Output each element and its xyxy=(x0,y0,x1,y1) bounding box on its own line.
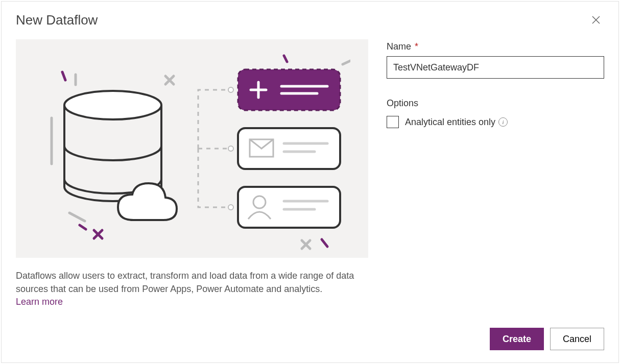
left-column: Dataflows allow users to extract, transf… xyxy=(16,39,368,307)
svg-line-32 xyxy=(322,239,327,247)
svg-line-24 xyxy=(343,61,350,64)
dialog-content: Dataflows allow users to extract, transf… xyxy=(2,33,618,307)
required-asterisk: * xyxy=(415,41,418,52)
svg-line-23 xyxy=(69,213,85,221)
svg-rect-15 xyxy=(238,187,340,228)
close-button[interactable] xyxy=(588,12,604,28)
dialog-description: Dataflows allow users to extract, transf… xyxy=(16,269,363,296)
dialog-title: New Dataflow xyxy=(16,12,98,28)
dataflow-illustration xyxy=(16,39,368,258)
name-input[interactable] xyxy=(387,56,604,79)
cancel-button[interactable]: Cancel xyxy=(550,328,604,350)
close-icon xyxy=(592,16,600,24)
svg-point-4 xyxy=(228,146,233,151)
name-field-label: Name * xyxy=(387,41,604,52)
options-heading: Options xyxy=(387,98,604,109)
dialog-header: New Dataflow xyxy=(2,2,618,33)
svg-line-28 xyxy=(284,56,287,62)
name-label-text: Name xyxy=(387,41,411,52)
svg-rect-11 xyxy=(238,128,340,169)
svg-point-2 xyxy=(64,91,161,119)
dialog-footer: Create Cancel xyxy=(490,328,604,350)
svg-line-31 xyxy=(80,225,86,229)
analytical-label-text: Analytical entities only xyxy=(405,117,495,128)
analytical-checkbox[interactable] xyxy=(387,116,399,128)
svg-point-5 xyxy=(228,205,233,210)
analytical-checkbox-label: Analytical entities only i xyxy=(405,117,508,128)
info-icon[interactable]: i xyxy=(498,117,508,127)
illustration-svg xyxy=(34,46,350,251)
create-button[interactable]: Create xyxy=(490,328,544,350)
svg-line-27 xyxy=(62,72,65,80)
new-dataflow-dialog: New Dataflow xyxy=(1,1,619,363)
svg-point-3 xyxy=(228,87,233,92)
analytical-checkbox-row: Analytical entities only i xyxy=(387,116,604,128)
learn-more-link[interactable]: Learn more xyxy=(16,297,63,307)
right-column: Name * Options Analytical entities only … xyxy=(387,39,604,307)
